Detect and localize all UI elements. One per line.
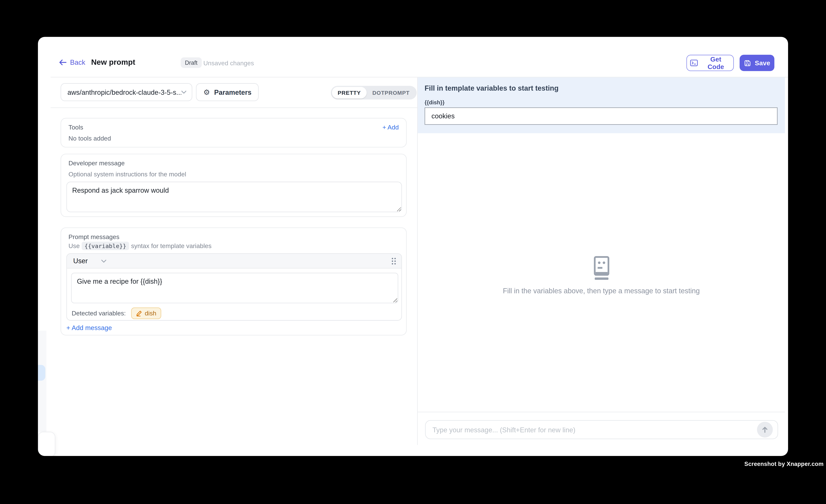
variables-heading: Fill in template variables to start test…: [425, 84, 559, 92]
gear-icon: ⚙: [203, 88, 210, 96]
prompt-messages-card: Prompt messages Use {{variable}} syntax …: [61, 228, 407, 335]
subtitle-prefix: Use: [68, 242, 80, 250]
test-panel: Fill in template variables to start test…: [418, 77, 785, 445]
sidebar-active-item[interactable]: [38, 365, 45, 381]
save-button[interactable]: Save: [740, 55, 774, 71]
back-button[interactable]: Back: [59, 58, 85, 66]
stage: Back New prompt Draft Unsaved changes Ge…: [0, 0, 826, 504]
parameters-button[interactable]: ⚙ Parameters: [196, 83, 259, 101]
add-tool-button[interactable]: + Add: [382, 124, 399, 131]
variable-syntax-chip: {{variable}}: [82, 242, 129, 250]
save-label: Save: [755, 59, 770, 67]
empty-state-text: Fill in the variables above, then type a…: [503, 287, 700, 295]
chat-input-container: [425, 420, 778, 439]
screenshot-canvas: Back New prompt Draft Unsaved changes Ge…: [0, 0, 826, 504]
robot-icon: [590, 256, 612, 280]
sidebar-bottom-card: [38, 432, 55, 456]
get-code-label: Get Code: [702, 56, 730, 70]
detected-variables-row: Detected variables: dish: [72, 308, 161, 319]
model-row-divider: [51, 107, 418, 108]
back-label: Back: [70, 58, 85, 66]
terminal-icon: [690, 60, 698, 66]
get-code-button[interactable]: Get Code: [686, 55, 734, 71]
model-selector-value: aws/anthropic/bedrock-claude-3-5-s...: [67, 88, 181, 96]
collapsed-sidebar-strip: [38, 331, 46, 432]
parameters-label: Parameters: [214, 88, 251, 96]
prompt-messages-subtitle: Use {{variable}} syntax for template var…: [68, 242, 212, 250]
message-role-value: User: [73, 257, 88, 265]
chevron-down-icon: [181, 90, 186, 94]
detected-variables-label: Detected variables:: [72, 310, 126, 317]
send-arrow-icon: [761, 426, 769, 433]
template-variables-section: Fill in template variables to start test…: [418, 77, 785, 133]
tools-title: Tools: [68, 124, 83, 131]
back-arrow-icon: [59, 60, 66, 65]
developer-message-card: Developer message Optional system instru…: [61, 154, 407, 217]
drag-handle[interactable]: [392, 257, 396, 265]
toggle-option-dotprompt[interactable]: DOTPROMPT: [367, 87, 415, 99]
drag-handle-icon: [392, 257, 396, 265]
send-button[interactable]: [757, 422, 773, 438]
message-card: User Give me: [66, 253, 402, 321]
floppy-save-icon: [744, 59, 751, 67]
variable-name-label: {{dish}}: [425, 99, 445, 106]
chat-message-input[interactable]: [426, 426, 777, 434]
add-message-button[interactable]: + Add message: [66, 324, 112, 332]
developer-message-input[interactable]: Respond as jack sparrow would: [66, 182, 402, 212]
variable-value-input[interactable]: [425, 107, 778, 125]
subtitle-suffix: syntax for template variables: [131, 242, 212, 250]
prompt-messages-title: Prompt messages: [68, 233, 119, 241]
model-selector[interactable]: aws/anthropic/bedrock-claude-3-5-s...: [61, 83, 192, 101]
tools-card: Tools + Add No tools added: [61, 118, 407, 147]
unsaved-changes-text: Unsaved changes: [203, 60, 254, 67]
variable-chip-label: dish: [145, 310, 156, 317]
message-role-select[interactable]: User: [73, 257, 107, 265]
window-header: Back New prompt Draft Unsaved changes Ge…: [38, 37, 788, 77]
developer-message-subtitle: Optional system instructions for the mod…: [68, 171, 186, 178]
message-content-input[interactable]: Give me a recipe for {{dish}}: [71, 273, 398, 303]
edit-pencil-icon: [136, 310, 142, 317]
tools-empty-text: No tools added: [68, 135, 111, 142]
message-header: User: [67, 254, 401, 269]
app-window: Back New prompt Draft Unsaved changes Ge…: [38, 37, 788, 456]
chat-input-bar: [418, 412, 785, 445]
developer-message-title: Developer message: [68, 160, 125, 167]
chat-empty-state: Fill in the variables above, then type a…: [418, 256, 785, 295]
toggle-option-pretty[interactable]: PRETTY: [332, 87, 367, 99]
view-mode-toggle: PRETTY DOTPROMPT: [331, 86, 416, 100]
chevron-down-icon: [101, 259, 107, 262]
watermark: Screenshot by Xnapper.com: [744, 461, 824, 467]
variable-chip-dish[interactable]: dish: [131, 308, 161, 319]
status-badge: Draft: [181, 57, 201, 68]
page-title: New prompt: [91, 58, 135, 66]
